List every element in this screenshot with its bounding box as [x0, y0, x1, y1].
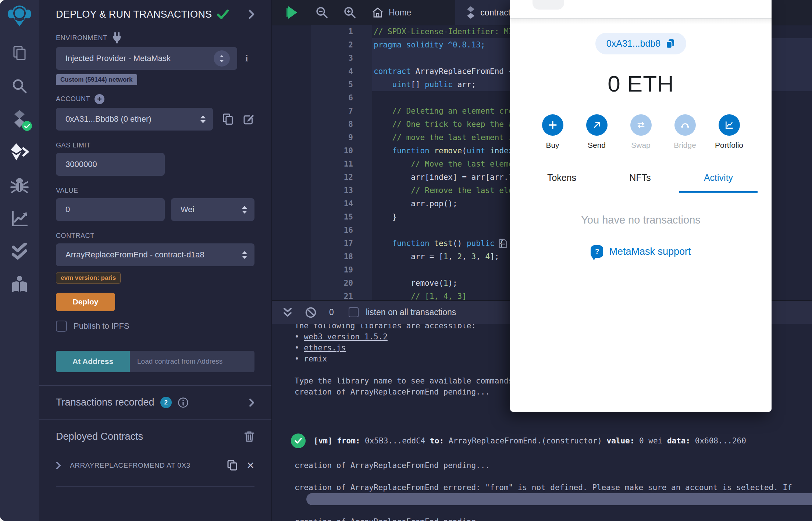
support-label: MetaMask support [609, 246, 691, 257]
gas-limit-input[interactable] [56, 153, 165, 176]
copy-address-icon[interactable] [227, 460, 238, 471]
buy-action-button[interactable]: Buy [542, 114, 563, 150]
action-label: Portfolio [715, 141, 743, 150]
portfolio-action-button[interactable]: Portfolio [719, 114, 740, 150]
deploy-button[interactable]: Deploy [56, 293, 115, 311]
at-address-button[interactable]: At Address [56, 351, 130, 372]
bridge-action-button: Bridge [674, 114, 696, 150]
line-number: 7 [311, 104, 372, 118]
solidity-file-icon [466, 6, 475, 19]
publish-ipfs-label: Publish to IPFS [74, 321, 129, 331]
panel-title: DEPLOY & RUN TRANSACTIONS [56, 9, 212, 20]
terminal-horizontal-scrollbar[interactable] [272, 493, 812, 505]
listen-all-transactions-label: listen on all transactions [366, 307, 456, 317]
metamask-support-link[interactable]: ? MetaMask support [591, 245, 691, 258]
transactions-recorded-row[interactable]: Transactions recorded 2 [56, 386, 254, 419]
line-number: 15 [311, 210, 372, 224]
copy-account-icon[interactable] [222, 113, 233, 125]
zoom-out-button[interactable] [315, 6, 328, 19]
inline-file-icon[interactable] [499, 239, 507, 248]
clear-console-button[interactable] [305, 307, 317, 318]
action-label: Buy [546, 141, 559, 150]
compile-success-badge [22, 121, 32, 131]
expand-chevron-icon[interactable] [56, 461, 61, 470]
send-arrow-icon [586, 114, 608, 136]
load-contract-address-input[interactable] [130, 351, 254, 372]
transactions-expand-chevron-icon[interactable] [249, 398, 254, 407]
close-icon[interactable]: ✕ [246, 461, 254, 470]
tab-home[interactable]: Home [372, 7, 411, 18]
line-number: 1 [311, 25, 372, 38]
send-action-button[interactable]: Send [586, 114, 608, 150]
line-number: 14 [311, 197, 372, 210]
edit-account-icon[interactable] [243, 113, 254, 125]
add-account-icon[interactable]: + [95, 94, 104, 104]
environment-info-icon[interactable]: i [245, 53, 248, 64]
double-check-icon [10, 243, 29, 260]
sidebar-item-solidity-compiler[interactable] [10, 110, 29, 129]
metamask-tabs: TokensNFTsActivity [523, 172, 758, 193]
account-select[interactable]: 0xA31...Bbdb8 (0 ether) [56, 108, 213, 131]
terminal-library-link[interactable]: ethers.js [304, 343, 346, 352]
transactions-recorded-label: Transactions recorded [56, 397, 154, 408]
sidebar-item-analytics[interactable] [10, 209, 29, 228]
line-number: 10 [311, 144, 372, 157]
home-tab-label: Home [389, 8, 411, 18]
panel-expand-chevron-icon[interactable] [249, 10, 254, 19]
value-input[interactable] [56, 198, 165, 221]
deployed-contract-name: ARRAYREPLACEFROMEND AT 0X3 [70, 461, 218, 470]
sidebar-item-deploy-and-run[interactable] [10, 143, 29, 162]
line-number: 8 [311, 118, 372, 131]
listen-all-transactions-checkbox[interactable] [349, 307, 359, 317]
deployed-contracts-header: Deployed Contracts [56, 431, 254, 442]
zoom-out-icon [315, 6, 328, 19]
ban-icon [305, 307, 317, 318]
line-number: 9 [311, 131, 372, 144]
environment-select[interactable]: Injected Provider - MetaMask [56, 47, 237, 70]
zoom-in-button[interactable] [343, 6, 356, 19]
learneth-book-icon [10, 275, 29, 294]
sidebar-item-file-explorer[interactable] [10, 43, 29, 63]
metamask-action-buttons: BuySendSwapBridgePortfolio [510, 114, 772, 150]
value-unit-select[interactable]: Wei [171, 198, 254, 221]
metamask-account-address: 0xA31...bdb8 [606, 38, 660, 49]
publish-ipfs-checkbox[interactable] [56, 321, 67, 332]
support-question-icon: ? [591, 245, 603, 258]
run-script-button[interactable] [286, 6, 298, 19]
sidebar-item-debugger[interactable] [10, 176, 29, 195]
panel-header: DEPLOY & RUN TRANSACTIONS [56, 6, 254, 23]
deployed-contracts-label: Deployed Contracts [56, 431, 143, 442]
network-pill-partial [533, 0, 564, 10]
line-number: 21 [311, 290, 372, 300]
metamask-account-pill[interactable]: 0xA31...bdb8 [595, 33, 686, 54]
metamask-tab-nfts[interactable]: NFTs [601, 172, 679, 193]
bridge-icon [674, 114, 696, 136]
terminal-expand-button[interactable] [283, 307, 292, 318]
terminal-library-link[interactable]: web3 version 1.5.2 [304, 332, 388, 341]
line-number: 18 [311, 250, 372, 263]
sidebar-item-unit-testing[interactable] [10, 242, 29, 261]
contract-select[interactable]: ArrayReplaceFromEnd - contract-d1a8 [56, 243, 254, 266]
line-number: 17 [311, 237, 372, 250]
deployed-contract-item[interactable]: ARRAYREPLACEFROMEND AT 0X3 ✕ [56, 460, 254, 471]
sidebar-item-search[interactable] [10, 76, 29, 96]
sidebar-item-learneth[interactable] [10, 275, 29, 294]
transactions-info-icon[interactable] [178, 397, 189, 408]
plug-icon[interactable] [112, 32, 122, 43]
trash-icon[interactable] [244, 431, 254, 442]
remix-logo-icon[interactable] [7, 4, 32, 29]
copy-address-icon[interactable] [666, 39, 675, 49]
metamask-tab-activity[interactable]: Activity [679, 172, 758, 193]
metamask-tab-tokens[interactable]: Tokens [523, 172, 601, 193]
line-number: 20 [311, 276, 372, 290]
listened-transactions-count: 0 [329, 307, 334, 317]
terminal-log-line: creation of ArrayReplaceFromEnd pending.… [272, 516, 812, 521]
account-label: ACCOUNT [56, 95, 90, 103]
metamask-header [510, 0, 772, 19]
line-number: 11 [311, 157, 372, 171]
no-transactions-text: You have no transactions [510, 214, 772, 226]
line-number: 3 [311, 51, 372, 65]
play-icon [286, 6, 298, 19]
value-label: VALUE [56, 187, 254, 195]
action-label: Swap [631, 141, 651, 150]
